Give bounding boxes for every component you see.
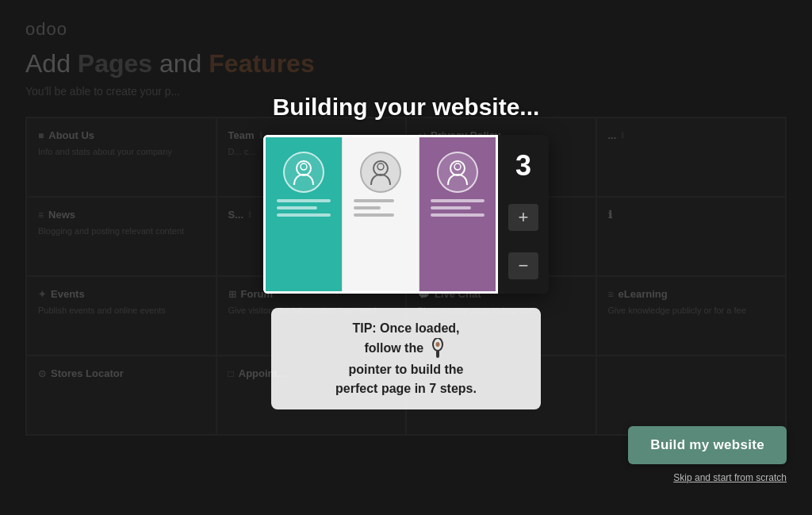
counter-plus-button[interactable]: +: [508, 204, 538, 231]
tip-line4: perfect page in 7 steps.: [335, 382, 477, 395]
avatar-2: [360, 152, 401, 193]
svg-point-8: [435, 342, 439, 347]
svg-point-1: [301, 163, 307, 170]
building-modal: Building your website...: [239, 94, 573, 409]
tip-line1: TIP: Once loaded,: [352, 321, 459, 335]
avatar-3: [437, 152, 478, 193]
preview-card-2-lines: [349, 199, 412, 217]
tip-text: TIP: Once loaded, follow the pointer to …: [271, 308, 541, 409]
avatar-1: [283, 152, 324, 193]
counter-value: 3: [515, 149, 531, 183]
modal-heading: Building your website...: [239, 94, 573, 121]
plus-icon: +: [519, 209, 529, 226]
counter-minus-button[interactable]: −: [508, 252, 538, 279]
preview-card-3: [419, 137, 496, 291]
minus-icon: −: [519, 257, 529, 275]
preview-card-2: [342, 137, 419, 291]
pointer-icon: [430, 338, 446, 360]
svg-point-3: [377, 163, 384, 170]
build-button-area: Build my website Skip and start from scr…: [628, 426, 787, 483]
svg-rect-7: [436, 350, 439, 358]
skip-link[interactable]: Skip and start from scratch: [673, 472, 787, 483]
preview-card-1: [266, 137, 342, 291]
tip-line2: follow the: [364, 341, 423, 355]
preview-cards: [263, 135, 498, 294]
preview-card-1-lines: [272, 199, 335, 217]
tip-line3: pointer to build the: [349, 363, 464, 376]
website-preview-widget: 3 + −: [263, 135, 549, 294]
preview-card-3-lines: [426, 199, 489, 217]
counter-panel: 3 + −: [498, 135, 549, 294]
svg-point-5: [454, 163, 461, 170]
build-website-button[interactable]: Build my website: [628, 426, 787, 464]
